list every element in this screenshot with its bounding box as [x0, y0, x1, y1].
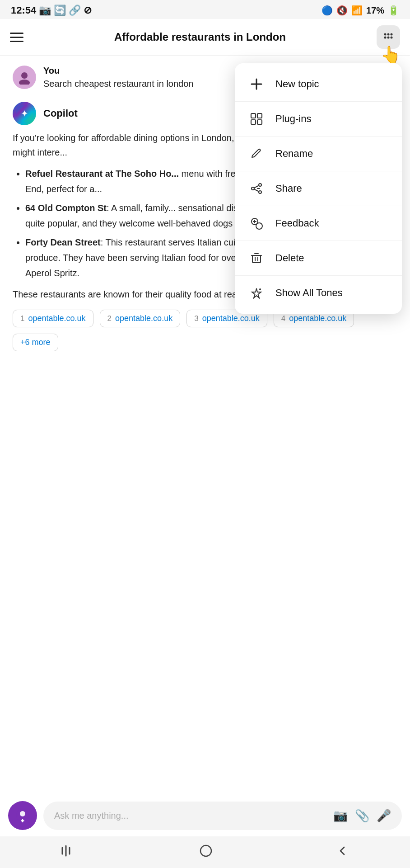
hamburger-menu[interactable] [10, 33, 23, 42]
input-placeholder[interactable]: Ask me anything... [54, 811, 325, 821]
menu-item-rename[interactable]: Rename [235, 137, 402, 171]
dropdown-menu: New topic Plug-ins Rename [235, 63, 402, 314]
svg-line-19 [254, 186, 259, 188]
trash-icon [248, 250, 265, 266]
status-time: 12:54 📷 🔄 🔗 ⊘ [11, 5, 92, 16]
back-arrow-icon [336, 844, 349, 857]
feedback-label: Feedback [275, 217, 319, 229]
user-text: Search cheapest restaurant in london [43, 79, 193, 89]
bottom-nav [0, 836, 410, 868]
sparkle-icon [248, 285, 265, 301]
svg-rect-13 [257, 113, 262, 118]
svg-point-26 [259, 288, 261, 290]
svg-point-5 [390, 37, 392, 39]
chat-plus-icon [14, 807, 31, 824]
source-chip-1[interactable]: 1 opentable.co.uk [13, 310, 93, 327]
plus-icon [248, 76, 265, 92]
menu-item-new-topic[interactable]: New topic [235, 67, 402, 102]
wifi-icon: 📶 [351, 5, 363, 16]
share-icon [248, 180, 265, 197]
svg-point-3 [384, 37, 386, 39]
battery-percent: 17% [366, 5, 384, 16]
copilot-logo-icon: ✦ [16, 105, 33, 122]
svg-point-18 [259, 191, 261, 193]
svg-point-17 [252, 187, 254, 190]
mute-icon: 🔇 [336, 5, 348, 16]
svg-point-7 [19, 80, 30, 85]
sources: 1 opentable.co.uk 2 opentable.co.uk 3 op… [13, 310, 397, 351]
back-button[interactable] [61, 844, 76, 860]
home-icon [199, 844, 213, 858]
menu-item-show-all-tones[interactable]: Show All Tones [235, 276, 402, 310]
copilot-logo: ✦ [13, 102, 36, 125]
new-topic-label: New topic [275, 78, 319, 90]
svg-rect-34 [200, 845, 211, 856]
camera-input-icon[interactable]: 📷 [333, 809, 348, 823]
more-icon [382, 31, 395, 43]
delete-label: Delete [275, 252, 304, 264]
camera-icon: 📷 [39, 5, 51, 16]
input-icons: 📷 📎 🎤 [333, 809, 391, 823]
attach-icon[interactable]: 📎 [355, 809, 369, 823]
user-avatar [13, 66, 36, 89]
input-bar: Ask me anything... 📷 📎 🎤 [0, 795, 410, 836]
svg-point-1 [387, 33, 389, 36]
svg-rect-12 [251, 113, 256, 118]
new-chat-button[interactable] [8, 801, 37, 830]
svg-point-28 [20, 811, 25, 816]
svg-point-4 [387, 37, 389, 39]
svg-point-6 [21, 72, 28, 79]
top-nav: Affordable restaurants in London [0, 19, 410, 56]
link-icon: 🔗 [69, 5, 81, 16]
menu-item-share[interactable]: Share [235, 171, 402, 206]
user-icon [17, 70, 32, 85]
battery-icon: 🔋 [388, 5, 399, 16]
page-title: Affordable restaurants in London [114, 31, 286, 43]
svg-point-2 [390, 33, 392, 36]
source-chip-2[interactable]: 2 opentable.co.uk [100, 310, 181, 327]
home-button[interactable] [199, 844, 213, 861]
mic-icon[interactable]: 🎤 [377, 809, 391, 823]
plugins-icon [248, 111, 265, 127]
recent-apps-icon [61, 844, 76, 857]
input-box: Ask me anything... 📷 📎 🎤 [43, 802, 402, 830]
svg-line-20 [254, 189, 259, 192]
more-sources-chip[interactable]: +6 more [13, 334, 58, 351]
svg-rect-15 [257, 120, 262, 124]
svg-rect-23 [252, 255, 261, 263]
user-message-content: You Search cheapest restaurant in london [43, 66, 193, 89]
svg-point-22 [256, 223, 262, 229]
share-label: Share [275, 183, 302, 194]
bluetooth-icon: 🔵 [321, 5, 333, 16]
svg-point-0 [384, 33, 386, 36]
feedback-icon [248, 215, 265, 231]
copilot-name: Copilot [43, 108, 78, 119]
menu-item-feedback[interactable]: Feedback [235, 206, 402, 241]
block-icon: ⊘ [84, 5, 92, 16]
svg-rect-14 [251, 120, 256, 124]
more-options-button[interactable] [377, 25, 400, 49]
pencil-icon [248, 146, 265, 162]
svg-text:✦: ✦ [21, 108, 28, 118]
menu-item-plugins[interactable]: Plug-ins [235, 102, 402, 137]
sync-icon: 🔄 [54, 5, 66, 16]
status-bar: 12:54 📷 🔄 🔗 ⊘ 🔵 🔇 📶 17% 🔋 [0, 0, 410, 19]
nav-back-button[interactable] [336, 844, 349, 860]
user-name: You [43, 66, 193, 76]
plugins-label: Plug-ins [275, 113, 311, 125]
show-all-tones-label: Show All Tones [275, 287, 343, 299]
rename-label: Rename [275, 148, 313, 160]
status-right: 🔵 🔇 📶 17% 🔋 [321, 5, 399, 16]
svg-point-16 [259, 184, 261, 186]
menu-item-delete[interactable]: Delete [235, 241, 402, 276]
